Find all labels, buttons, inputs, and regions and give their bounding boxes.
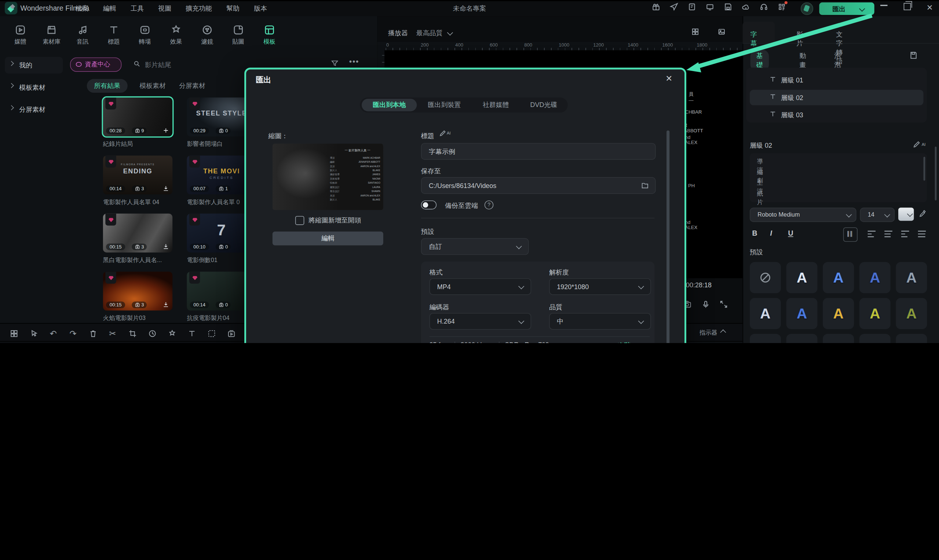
toolbar-clock-icon[interactable] — [147, 328, 157, 338]
sidebar-item-分屏素材[interactable]: 分屏素材 — [5, 101, 63, 118]
toolbar-trash-icon[interactable] — [87, 328, 98, 338]
board-icon[interactable] — [688, 3, 696, 11]
layout-view-icon[interactable] — [691, 28, 700, 36]
send-icon[interactable] — [669, 3, 678, 11]
menu-0[interactable]: 檔案 — [76, 4, 89, 13]
search-input[interactable]: 影片結尾 — [145, 60, 171, 69]
panel-tab-字幕[interactable]: 字幕 — [751, 30, 757, 48]
close-window-button[interactable]: ✕ — [927, 3, 933, 12]
toolbar-split-icon[interactable]: ✂ — [107, 328, 118, 338]
text-preset-tile[interactable]: A — [823, 298, 854, 329]
eyedropper-icon[interactable] — [919, 209, 927, 218]
style-u-button[interactable]: U — [788, 229, 793, 237]
text-preset-tile[interactable]: A — [750, 298, 781, 329]
download-icon[interactable] — [162, 243, 170, 250]
text-preset-tile[interactable]: A — [786, 334, 817, 343]
text-preset-tile[interactable]: A — [823, 262, 854, 293]
sidebar-item-我的[interactable]: 我的 — [5, 57, 63, 74]
text-preset-tile[interactable]: A — [896, 298, 927, 329]
text-preset-tile[interactable]: A — [750, 334, 781, 343]
dialog-tab-匯出到裝置[interactable]: 匯出到裝置 — [418, 98, 470, 111]
advanced-link[interactable]: 進階 › — [617, 341, 635, 343]
align-center-button[interactable] — [884, 230, 893, 240]
download-icon[interactable] — [162, 301, 170, 308]
gift-icon[interactable] — [651, 3, 660, 11]
layer-item-3[interactable]: 層級 03 — [750, 107, 923, 122]
ribbon-item-模板[interactable]: 模板 — [255, 24, 284, 49]
style-b-button[interactable]: B — [752, 229, 757, 237]
toolbar-cursor-icon[interactable] — [28, 328, 39, 338]
save-path-input[interactable]: C:/Users/86134/Videos — [421, 177, 656, 194]
text-preset-tile[interactable]: A — [896, 334, 927, 343]
sidebar-item-模板素材[interactable]: 模板素材 — [5, 79, 63, 96]
thumbnail-checkbox[interactable] — [295, 216, 304, 225]
headset-icon[interactable] — [759, 3, 768, 11]
ribbon-item-素材庫[interactable]: 素材庫 — [37, 24, 66, 49]
folder-icon[interactable] — [641, 182, 649, 190]
browser-tab-所有結果[interactable]: 所有結果 — [87, 79, 128, 93]
add-to-timeline-icon[interactable] — [162, 127, 170, 134]
cloud-backup-help-icon[interactable]: ? — [484, 200, 493, 209]
text-preset-tile[interactable]: A — [896, 262, 927, 293]
text-preset-tile[interactable]: A — [786, 298, 817, 329]
align-left-button[interactable] — [867, 230, 876, 240]
quality-select[interactable]: 最高品質 — [416, 29, 443, 37]
ai-pencil-icon[interactable]: AI — [913, 140, 925, 148]
preview-image-icon[interactable] — [717, 28, 726, 36]
panel-tab-影片[interactable]: 影片 — [796, 30, 803, 48]
format-select[interactable]: MP4 — [430, 278, 532, 295]
save-preset-icon[interactable] — [909, 51, 918, 60]
ribbon-item-標題[interactable]: 標題 — [99, 24, 128, 49]
menu-6[interactable]: 版本 — [254, 4, 267, 13]
text-preset-tile[interactable] — [750, 262, 781, 293]
vertical-text-button[interactable]: ∥∥ — [843, 227, 857, 242]
ribbon-item-濾鏡[interactable]: 濾鏡 — [193, 24, 222, 49]
dialog-scrollbar[interactable] — [666, 131, 669, 343]
cloud-icon[interactable] — [741, 3, 750, 11]
display-icon[interactable] — [705, 3, 714, 11]
template-card[interactable]: 00:153 — [103, 214, 173, 252]
toolbar-mask-icon[interactable] — [206, 328, 217, 338]
panel-scrollbar[interactable] — [935, 146, 937, 200]
layer-item-2[interactable]: 層級 02 — [750, 90, 923, 105]
template-card[interactable]: ENDINGFILMORA PRESENTS00:143 — [103, 155, 173, 194]
filter-icon[interactable] — [330, 59, 339, 68]
asset-center-badge[interactable]: 資產中心 — [70, 57, 122, 72]
align-justify-button[interactable] — [917, 230, 926, 240]
more-options-icon[interactable]: ••• — [349, 57, 359, 66]
style-i-button[interactable]: I — [770, 229, 772, 237]
ribbon-item-媒體[interactable]: 媒體 — [6, 24, 34, 49]
apps-icon[interactable] — [777, 3, 786, 11]
minimize-button[interactable] — [880, 5, 888, 6]
toolbar-titleT-icon[interactable] — [187, 328, 197, 338]
text-preset-tile[interactable]: A — [786, 262, 817, 293]
toolbar-effects-icon[interactable] — [167, 328, 177, 338]
resolution-select[interactable]: 1920*1080 — [549, 278, 651, 295]
dialog-tab-社群媒體[interactable]: 社群媒體 — [472, 98, 519, 111]
ai-title-icon[interactable]: AI — [439, 129, 451, 137]
preset-select[interactable]: 自訂 — [421, 238, 529, 255]
fullscreen-expand-icon[interactable] — [719, 300, 728, 309]
browser-tab-模板素材[interactable]: 模板素材 — [138, 79, 167, 93]
text-preset-tile[interactable]: A — [859, 298, 891, 329]
cloud-backup-toggle[interactable] — [421, 200, 436, 209]
restore-button[interactable] — [904, 3, 911, 10]
dialog-tab-DVD光碟[interactable]: DVD光碟 — [521, 98, 566, 111]
indicator-dropdown[interactable]: 指示器 — [700, 328, 725, 337]
textarea-scrollbar[interactable] — [924, 157, 925, 181]
text-preset-tile[interactable]: A — [859, 334, 891, 343]
ribbon-item-音訊[interactable]: 音訊 — [68, 24, 97, 49]
font-color-swatch[interactable] — [898, 208, 914, 221]
edit-thumbnail-button[interactable]: 編輯 — [273, 232, 383, 246]
template-card[interactable]: 00:289 — [103, 97, 173, 136]
font-size-select[interactable]: 14 — [860, 208, 894, 222]
title-input[interactable]: 字幕示例 — [421, 143, 656, 160]
quality-select[interactable]: 中 — [549, 313, 651, 330]
toolbar-redo-icon[interactable]: ↷ — [68, 328, 78, 338]
layer-item-1[interactable]: 層級 01 — [750, 72, 923, 88]
menu-5[interactable]: 幫助 — [226, 4, 239, 13]
menu-3[interactable]: 視圖 — [158, 4, 171, 13]
template-card[interactable]: 00:153 — [103, 272, 173, 311]
dialog-tab-匯出到本地[interactable]: 匯出到本地 — [362, 98, 417, 111]
avatar[interactable] — [801, 3, 813, 15]
